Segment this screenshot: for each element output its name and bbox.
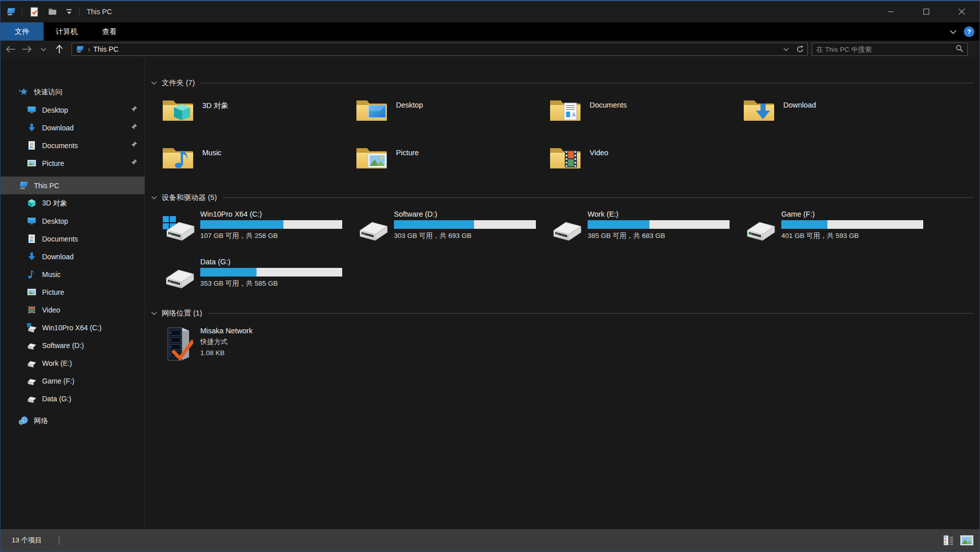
sidebar-item-3d-objects[interactable]: 3D 对象 — [1, 194, 144, 212]
group-header-drives[interactable]: 设备和驱动器 (5) — [151, 192, 979, 203]
tab-computer[interactable]: 计算机 — [44, 22, 90, 41]
folder-video-icon — [549, 144, 584, 175]
folder-tile-3d-objects[interactable]: 3D 对象 — [162, 96, 355, 144]
sidebar-item-this-pc[interactable]: This PC — [1, 177, 144, 194]
sidebar-item-desktop-pinned[interactable]: Desktop — [1, 101, 144, 119]
sidebar-item-drive-d[interactable]: Software (D:) — [1, 336, 144, 354]
sidebar-item-download-pinned[interactable]: Download — [1, 119, 144, 136]
drives-grid: Win10Pro X64 (C:) 107 GB 可用，共 258 GB Sof… — [162, 210, 979, 305]
capacity-bar-fill — [200, 268, 257, 277]
capacity-bar-fill — [781, 220, 827, 229]
drive-icon — [27, 376, 37, 386]
sidebar-item-picture[interactable]: Picture — [1, 283, 144, 301]
drive-c-icon — [162, 215, 195, 251]
refresh-button[interactable] — [793, 43, 807, 55]
folder-tile-music[interactable]: Music — [162, 144, 355, 192]
drive-icon — [743, 215, 776, 251]
search-input[interactable] — [816, 46, 956, 53]
titlebar-separator — [79, 7, 80, 16]
folder-tile-documents[interactable]: A Documents — [549, 96, 743, 144]
search-icon[interactable] — [956, 45, 963, 54]
sidebar-item-drive-c[interactable]: Win10Pro X64 (C:) — [1, 319, 144, 336]
address-bar[interactable]: › This PC — [71, 43, 808, 56]
sidebar-item-video[interactable]: Video — [1, 301, 144, 319]
picture-icon — [27, 158, 37, 168]
drive-tile-g[interactable]: Data (G:) 353 GB 可用，共 585 GB — [162, 258, 355, 297]
drive-tile-c[interactable]: Win10Pro X64 (C:) 107 GB 可用，共 258 GB — [162, 210, 355, 250]
network-icon — [19, 416, 28, 426]
capacity-bar — [588, 220, 730, 229]
folder-desktop-icon — [355, 96, 390, 127]
address-dropdown-button[interactable] — [779, 43, 793, 55]
drive-icon — [27, 340, 37, 350]
sidebar-item-documents[interactable]: Documents — [1, 230, 144, 248]
drive-icon — [162, 263, 195, 298]
sidebar-item-picture-pinned[interactable]: Picture — [1, 154, 144, 172]
breadcrumb-location[interactable]: This PC — [93, 45, 119, 53]
folder-3d-objects-icon — [162, 96, 196, 127]
video-icon — [27, 305, 37, 315]
tab-view[interactable]: 查看 — [90, 22, 129, 41]
group-header-network[interactable]: 网络位置 (1) — [151, 307, 979, 319]
download-icon — [27, 123, 37, 132]
minimize-button[interactable] — [873, 1, 909, 22]
sidebar-item-network[interactable]: 网络 — [1, 412, 144, 430]
folder-tile-desktop[interactable]: Desktop — [355, 96, 549, 144]
drive-tile-d[interactable]: Software (D:) 303 GB 可用，共 693 GB — [355, 210, 549, 250]
collapse-chevron-icon[interactable] — [151, 312, 157, 315]
collapse-chevron-icon[interactable] — [151, 81, 157, 85]
status-bar: 13 个项目 — [1, 529, 979, 551]
tab-file[interactable]: 文件 — [1, 22, 44, 41]
pin-icon — [131, 123, 137, 131]
statusbar-separator — [59, 536, 59, 544]
items-count: 13 个项目 — [12, 536, 42, 545]
drive-tile-e[interactable]: Work (E:) 385 GB 可用，共 683 GB — [549, 210, 743, 250]
help-button[interactable]: ? — [964, 26, 974, 37]
capacity-bar — [200, 220, 342, 229]
explorer-logo-icon — [7, 7, 17, 17]
close-button[interactable] — [944, 1, 979, 22]
folder-tile-download[interactable]: Download — [743, 96, 936, 144]
sidebar-item-quick-access[interactable]: 快速访问 — [1, 83, 144, 101]
collapse-chevron-icon[interactable] — [151, 196, 157, 199]
sidebar-item-drive-e[interactable]: Work (E:) — [1, 354, 144, 372]
picture-icon — [27, 287, 37, 297]
back-button[interactable] — [3, 42, 19, 56]
folder-tile-video[interactable]: Video — [549, 144, 743, 192]
qat-customize-dropdown[interactable] — [64, 9, 74, 14]
qat-properties-button[interactable] — [27, 4, 41, 19]
qat-new-folder-button[interactable] — [46, 4, 59, 19]
navigation-pane: 快速访问 Desktop Download Documents Picture — [1, 58, 145, 529]
recent-locations-dropdown[interactable] — [35, 42, 51, 56]
sidebar-item-drive-f[interactable]: Game (F:) — [1, 372, 144, 390]
navigation-toolbar: › This PC — [1, 41, 979, 58]
folder-tile-picture[interactable]: Picture — [355, 144, 549, 192]
sidebar-item-desktop[interactable]: Desktop — [1, 212, 144, 230]
drive-c-icon — [27, 323, 37, 332]
folder-picture-icon — [355, 144, 390, 175]
drive-tile-f[interactable]: Game (F:) 401 GB 可用，共 593 GB — [743, 210, 936, 250]
download-icon — [27, 252, 37, 261]
details-view-button[interactable] — [942, 534, 955, 547]
sidebar-item-download[interactable]: Download — [1, 248, 144, 265]
this-pc-icon — [76, 46, 85, 53]
maximize-button[interactable] — [909, 1, 944, 22]
network-tile-misaka[interactable]: Misaka Network 快捷方式 1.08 KB — [162, 326, 979, 362]
sidebar-item-documents-pinned[interactable]: Documents — [1, 136, 144, 154]
sidebar-item-music[interactable]: Music — [1, 265, 144, 283]
documents-icon — [27, 234, 37, 244]
this-pc-icon — [19, 181, 28, 190]
capacity-bar — [200, 268, 342, 277]
pin-icon — [131, 106, 137, 114]
3d-objects-icon — [27, 198, 37, 208]
desktop-icon — [27, 105, 37, 115]
group-header-folders[interactable]: 文件夹 (7) — [151, 77, 979, 88]
documents-icon — [27, 141, 37, 150]
sidebar-item-drive-g[interactable]: Data (G:) — [1, 390, 144, 407]
forward-button[interactable] — [19, 42, 35, 56]
search-box[interactable] — [812, 43, 968, 56]
ribbon-collapse-icon[interactable] — [950, 27, 957, 36]
large-icons-view-button[interactable] — [960, 534, 973, 547]
up-button[interactable] — [51, 42, 67, 56]
capacity-bar-fill — [394, 220, 474, 229]
